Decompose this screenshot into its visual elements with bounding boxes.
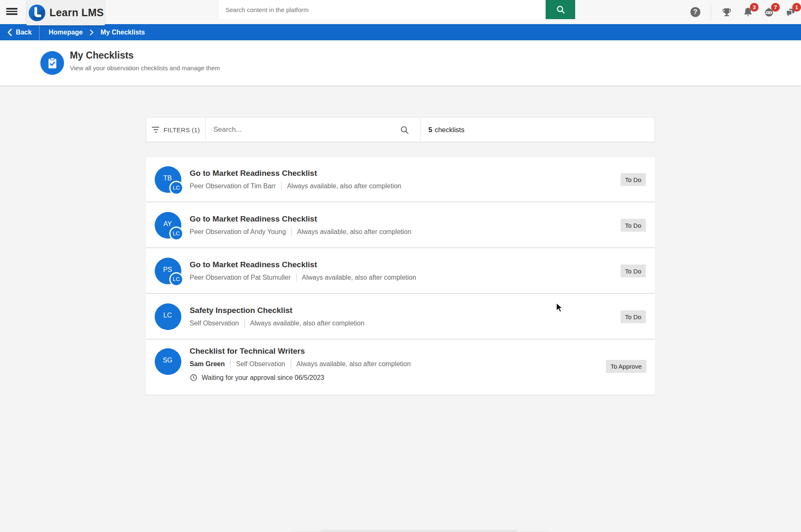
status-badge: To Do	[621, 173, 646, 186]
checklist-page-icon	[40, 51, 64, 75]
header-divider	[711, 3, 711, 21]
page-header: My Checklists View all your observation …	[0, 40, 801, 85]
status-badge: To Approve	[606, 360, 646, 373]
chevron-right-icon	[90, 30, 94, 35]
back-button[interactable]: Back	[0, 24, 40, 40]
checklist-row-text: Go to Market Readiness Checklist Peer Ob…	[190, 214, 417, 236]
avatar-secondary-initials: LC	[169, 181, 183, 195]
search-icon	[556, 5, 566, 15]
messages-badge: 1	[792, 3, 801, 12]
checklist-meta-item: Always available, also after completion	[281, 182, 407, 190]
checklist-title: Safety Inspection Checklist	[190, 306, 370, 315]
checklist-meta: Peer Observation of Tim BarrAlways avail…	[190, 182, 407, 190]
platform-search	[219, 0, 575, 19]
checklist-meta-item: Always available, also after completion	[296, 273, 422, 282]
breadcrumb: Homepage My Checklists	[40, 24, 145, 40]
checklist-title: Checklist for Technical Writers	[190, 347, 416, 356]
checklist-count-label: checklists	[435, 126, 465, 134]
checklist-meta-item: Always available, also after completion	[291, 360, 416, 368]
status-badge: To Do	[621, 310, 646, 323]
screen: Learn LMS ?	[0, 0, 801, 532]
checklist-count-number: 5	[428, 126, 432, 134]
help-icon: ?	[690, 7, 700, 17]
checklist-meta: Sam GreenSelf ObservationAlways availabl…	[190, 360, 416, 368]
breadcrumb-current: My Checklists	[101, 29, 145, 36]
header-icon-cluster: ? 3	[690, 0, 796, 24]
clock-icon	[190, 374, 198, 382]
checklist-row-text: Safety Inspection Checklist Self Observa…	[190, 306, 370, 328]
checklist-meta: Peer Observation of Andy YoungAlways ava…	[190, 227, 417, 236]
assistant-button[interactable]: 7	[763, 6, 775, 18]
checklist-meta: Self ObservationAlways available, also a…	[190, 319, 370, 328]
top-header: Learn LMS ?	[0, 0, 801, 24]
avatar: LC	[155, 303, 181, 330]
avatar: SG	[155, 348, 181, 375]
assistant-badge: 7	[771, 3, 780, 12]
checklist-row[interactable]: SG Checklist for Technical Writers Sam G…	[146, 340, 655, 395]
checklist-row-text: Checklist for Technical Writers Sam Gree…	[190, 347, 416, 382]
help-button[interactable]: ?	[690, 6, 701, 18]
breadcrumb-homepage[interactable]: Homepage	[49, 29, 83, 36]
logo-text: Learn LMS	[49, 7, 104, 19]
checklist-meta-item: Self Observation	[190, 319, 244, 328]
notifications-button[interactable]: 3	[742, 6, 754, 18]
checklist-title: Go to Market Readiness Checklist	[190, 169, 407, 178]
waiting-note-text: Waiting for your approval since 06/5/202…	[202, 374, 324, 382]
filter-icon	[152, 127, 159, 133]
filters-button[interactable]: FILTERS (1)	[146, 118, 206, 142]
avatar-secondary-initials: LC	[169, 272, 183, 286]
avatar: AY LC	[155, 212, 181, 239]
checklist-count: 5 checklists	[420, 118, 655, 142]
checklist-meta-item: Always available, also after completion	[291, 227, 417, 236]
checklist-title: Go to Market Readiness Checklist	[190, 260, 422, 269]
checklist-row[interactable]: AY LC Go to Market Readiness Checklist P…	[146, 203, 655, 247]
waiting-note: Waiting for your approval since 06/5/202…	[190, 374, 416, 382]
checklist-meta-item: Sam Green	[190, 360, 230, 368]
checklist-meta: Peer Observation of Pat StumullerAlways …	[190, 273, 422, 282]
status-badge: To Do	[621, 219, 646, 232]
trophy-icon	[721, 7, 732, 18]
checklist-row-text: Go to Market Readiness Checklist Peer Ob…	[190, 169, 407, 190]
checklist-meta-item: Peer Observation of Pat Stumuller	[190, 273, 296, 282]
list-search-input[interactable]	[213, 126, 400, 134]
gamification-button[interactable]	[721, 6, 732, 18]
checklist-meta-item: Peer Observation of Andy Young	[190, 227, 291, 236]
page-title: My Checklists	[70, 50, 220, 61]
app-logo[interactable]: Learn LMS	[27, 0, 105, 25]
page-subtitle: View all your observation checklists and…	[70, 64, 220, 71]
checklist-row[interactable]: PS LC Go to Market Readiness Checklist P…	[146, 249, 655, 293]
avatar-initials: SG	[155, 348, 181, 375]
avatar: TB LC	[155, 166, 181, 193]
clipboard-check-icon	[46, 57, 59, 69]
checklist-title: Go to Market Readiness Checklist	[190, 214, 417, 224]
hamburger-menu-icon[interactable]	[6, 7, 17, 17]
logo-icon	[29, 5, 45, 21]
list-toolbar: FILTERS (1) 5 checklists	[146, 117, 655, 142]
avatar-initials: LC	[155, 303, 181, 330]
bottom-widget-peek	[320, 530, 518, 532]
breadcrumb-bar: Back Homepage My Checklists	[0, 24, 801, 40]
list-search	[206, 118, 420, 142]
filters-label: FILTERS (1)	[163, 126, 200, 133]
checklist-meta-item: Always available, also after completion	[244, 319, 370, 328]
search-icon[interactable]	[400, 125, 409, 135]
back-chevron-icon	[7, 29, 12, 36]
checklist-row-text: Go to Market Readiness Checklist Peer Ob…	[190, 260, 422, 282]
notifications-badge: 3	[750, 3, 759, 12]
avatar-secondary-initials: LC	[169, 227, 183, 241]
platform-search-button[interactable]	[546, 0, 575, 19]
checklist-row[interactable]: TB LC Go to Market Readiness Checklist P…	[146, 157, 655, 202]
back-label: Back	[16, 29, 32, 36]
platform-search-input[interactable]	[219, 0, 546, 19]
checklist-row[interactable]: LC Safety Inspection Checklist Self Obse…	[146, 294, 655, 339]
checklist-meta-item: Self Observation	[230, 360, 290, 368]
messages-button[interactable]: 1	[784, 6, 796, 18]
checklist-meta-item: Peer Observation of Tim Barr	[190, 182, 281, 190]
status-badge: To Do	[621, 264, 646, 277]
avatar: PS LC	[155, 258, 181, 284]
checklist-list: TB LC Go to Market Readiness Checklist P…	[146, 157, 655, 396]
